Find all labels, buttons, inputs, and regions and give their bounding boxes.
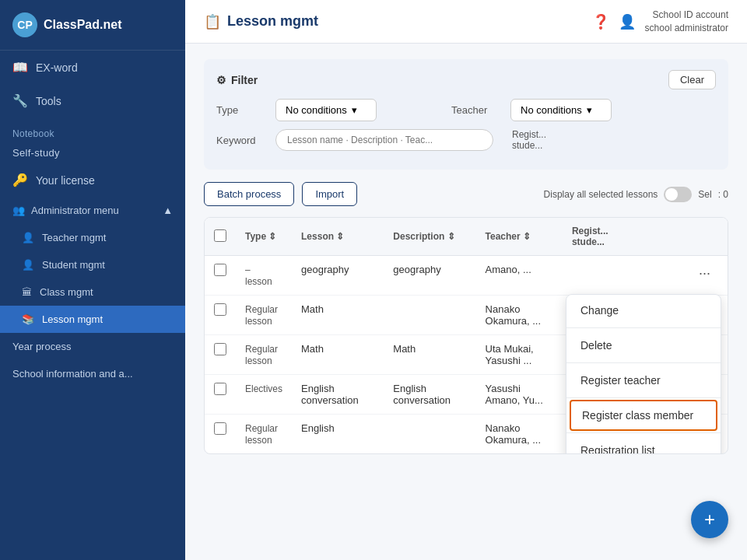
tools-icon: 🔧 [12, 93, 28, 108]
add-icon: + [704, 509, 715, 530]
row-teacher-2: Nanako Okamura, ... [476, 296, 563, 335]
row-lesson-5: English [292, 415, 384, 454]
row-desc-3: Math [384, 335, 475, 375]
topbar-right: ❓ 👤 School ID account school administrat… [592, 9, 728, 35]
sidebar-item-class-mgmt-label: Class mgmt [40, 286, 93, 298]
book-icon: 📖 [12, 60, 28, 75]
row-checkbox-4[interactable] [214, 383, 226, 395]
admin-menu-header[interactable]: 👥 Administrator menu ▲ [0, 197, 185, 224]
clear-button[interactable]: Clear [668, 70, 716, 89]
class-icon: 🏛 [22, 286, 32, 298]
import-button[interactable]: Import [302, 182, 357, 206]
row-desc-2 [384, 296, 475, 335]
user-name: school administrator [645, 22, 728, 35]
row-type-3: Regularlesson [245, 344, 278, 366]
select-all-checkbox[interactable] [214, 229, 226, 242]
sidebar-item-year-process[interactable]: Year process [0, 333, 185, 360]
toggle-row: Display all selected lessons Sel : 0 [544, 187, 728, 202]
page-title: 📋 Lesson mgmt [204, 13, 318, 30]
sidebar-item-teacher-mgmt[interactable]: 👤 Teacher mgmt [0, 224, 185, 251]
add-fab-button[interactable]: + [691, 501, 728, 538]
row-teacher-1: Amano, ... [476, 256, 563, 296]
sidebar-item-teacher-mgmt-label: Teacher mgmt [42, 232, 106, 243]
main-content: 📋 Lesson mgmt ❓ 👤 School ID account scho… [185, 0, 747, 560]
row-actions-1[interactable]: ··· [694, 264, 715, 283]
chevron-down-icon: ▾ [352, 104, 357, 116]
col-year [633, 218, 685, 256]
filter-title: ⚙ Filter [216, 74, 258, 86]
filter-icon: ⚙ [216, 74, 226, 86]
row-checkbox-2[interactable] [214, 303, 226, 316]
chevron-up-icon: ▲ [163, 205, 173, 216]
select-label: Sel [698, 189, 711, 200]
sidebar-item-ex-word[interactable]: 📖 EX-word [0, 51, 185, 84]
col-registered: Regist... stude... [563, 218, 633, 256]
sidebar-item-lesson-mgmt-label: Lesson mgmt [42, 313, 103, 325]
row-lesson-3: Math [292, 335, 384, 375]
sidebar-item-class-mgmt[interactable]: 🏛 Class mgmt [0, 278, 185, 306]
student-icon: 👤 [22, 259, 34, 271]
col-type: Type ⇕ [236, 218, 292, 256]
row-lesson-2: Math [292, 296, 384, 335]
row-teacher-4: Yasushi Amano, Yu... [476, 375, 563, 415]
row-teacher-3: Uta Mukai, Yasushi ... [476, 335, 563, 375]
row-lesson-1: geography [292, 256, 384, 296]
topbar: 📋 Lesson mgmt ❓ 👤 School ID account scho… [185, 0, 747, 44]
batch-process-button[interactable]: Batch process [204, 182, 294, 206]
admin-menu-label: Administrator menu [31, 205, 119, 216]
table-row: – lesson geography geography Amano, ... … [205, 256, 728, 296]
sidebar-item-tools[interactable]: 🔧 Tools [0, 84, 185, 117]
dropdown-divider-4 [566, 432, 721, 433]
logo-icon: CP [12, 12, 37, 37]
col-description: Description ⇕ [384, 218, 475, 256]
logo[interactable]: CP ClassPad.net [0, 0, 185, 51]
row-registered-1 [563, 256, 633, 296]
teacher-value: No conditions [521, 104, 582, 116]
row-desc-5 [384, 415, 475, 454]
key-icon: 🔑 [12, 173, 28, 187]
user-info: School ID account school administrator [645, 9, 728, 35]
col-actions [685, 218, 728, 256]
row-type-2: Regularlesson [245, 304, 278, 327]
content-area: ⚙ Filter Clear Type No conditions ▾ Teac… [185, 44, 747, 560]
keyword-label: Keyword [216, 135, 263, 146]
filter-box: ⚙ Filter Clear Type No conditions ▾ Teac… [204, 59, 728, 170]
registered-label: Regist... stude... [512, 129, 574, 151]
dropdown-item-delete[interactable]: Delete [566, 330, 721, 361]
row-teacher-5: Nanako Okamura, ... [476, 415, 563, 454]
row-checkbox-5[interactable] [214, 422, 226, 435]
teacher-dropdown[interactable]: No conditions ▾ [510, 99, 612, 121]
lesson-icon: 📚 [22, 313, 34, 325]
lesson-table: Type ⇕ Lesson ⇕ Description ⇕ Teacher ⇕ … [204, 217, 728, 454]
dropdown-item-change[interactable]: Change [566, 295, 721, 326]
dropdown-item-register-class-member[interactable]: Register class member [570, 400, 717, 431]
user-icon[interactable]: 👤 [619, 13, 636, 30]
type-value: No conditions [286, 104, 347, 116]
sidebar-item-student-mgmt[interactable]: 👤 Student mgmt [0, 251, 185, 278]
sidebar-item-school-info[interactable]: School information and a... [0, 360, 185, 387]
row-desc-4: English conversation [384, 375, 475, 415]
filter-row-1: Type No conditions ▾ Teacher No conditio… [216, 99, 716, 121]
row-checkbox-1[interactable] [214, 264, 226, 276]
keyword-input[interactable] [275, 129, 493, 151]
dropdown-divider-2 [566, 362, 721, 363]
dropdown-item-register-teacher[interactable]: Register teacher [566, 365, 721, 396]
row-year-1 [633, 256, 685, 296]
sidebar-item-tools-label: Tools [36, 95, 61, 107]
help-icon[interactable]: ❓ [592, 13, 609, 30]
toolbar: Batch process Import Display all selecte… [204, 182, 728, 206]
toggle-switch[interactable] [664, 187, 692, 202]
actions-dropdown: Change Delete Register teacher Register … [566, 294, 721, 454]
type-dropdown[interactable]: No conditions ▾ [275, 99, 377, 121]
sidebar-item-your-license-label: Your license [36, 174, 95, 187]
count-label: : 0 [718, 189, 728, 200]
user-account-label: School ID account [645, 9, 728, 22]
sidebar-item-your-license[interactable]: 🔑 Your license [0, 163, 185, 197]
row-type-5: Regularlesson [245, 423, 278, 446]
dropdown-item-registration-list[interactable]: Registration list [566, 435, 721, 454]
sidebar-item-lesson-mgmt[interactable]: 📚 Lesson mgmt [0, 306, 185, 333]
col-teacher: Teacher ⇕ [476, 218, 563, 256]
sidebar-item-ex-word-label: EX-word [36, 61, 78, 74]
row-checkbox-3[interactable] [214, 343, 226, 355]
self-study-label[interactable]: Self-study [0, 144, 185, 163]
